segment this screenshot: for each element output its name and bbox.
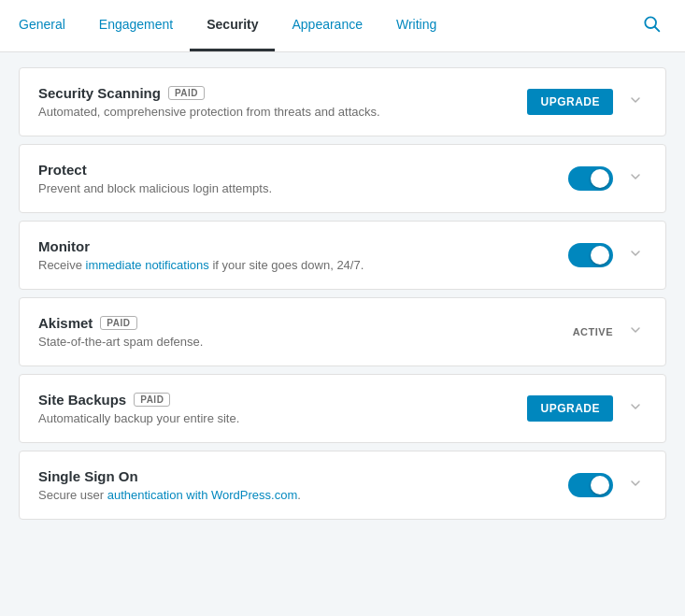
settings-content: Security Scanning PAID Automated, compre…: [0, 52, 685, 535]
tab-writing[interactable]: Writing: [379, 0, 453, 51]
chevron-icon-single-sign-on[interactable]: [624, 472, 647, 498]
chevron-icon-protect[interactable]: [624, 165, 647, 192]
title-row-site-backups: Site Backups PAID: [38, 392, 527, 408]
card-left-single-sign-on: Single Sign On Secure user authenticatio…: [38, 468, 568, 502]
card-left-protect: Protect Prevent and block malicious logi…: [38, 162, 568, 195]
tab-engagement[interactable]: Engagement: [82, 0, 190, 51]
desc-monitor: Receive immediate notifications if your …: [38, 258, 568, 272]
desc-akismet: State-of-the-art spam defense.: [38, 335, 573, 349]
card-right-security-scanning: UPGRADE: [527, 89, 647, 115]
tab-security[interactable]: Security: [190, 0, 275, 51]
badge-site-backups: PAID: [134, 393, 170, 407]
badge-security-scanning: PAID: [168, 86, 205, 100]
card-single-sign-on: Single Sign On Secure user authenticatio…: [19, 451, 666, 520]
card-left-akismet: Akismet PAID State-of-the-art spam defen…: [38, 315, 573, 349]
card-right-site-backups: UPGRADE: [527, 395, 647, 422]
title-protect: Protect: [38, 162, 87, 178]
title-security-scanning: Security Scanning: [38, 85, 161, 101]
title-monitor: Monitor: [38, 238, 90, 254]
card-left-monitor: Monitor Receive immediate notifications …: [38, 238, 568, 272]
tab-general[interactable]: General: [19, 0, 82, 51]
sso-link[interactable]: authentication with WordPress.com: [107, 488, 298, 502]
upgrade-button-site-backups[interactable]: UPGRADE: [527, 395, 613, 422]
desc-protect: Prevent and block malicious login attemp…: [38, 181, 568, 195]
card-right-protect: [568, 165, 647, 192]
svg-line-1: [655, 27, 660, 32]
upgrade-button-security-scanning[interactable]: UPGRADE: [527, 89, 613, 115]
active-label-akismet: ACTIVE: [573, 326, 613, 337]
search-icon[interactable]: [636, 8, 666, 43]
title-row-security-scanning: Security Scanning PAID: [38, 85, 527, 101]
chevron-icon-monitor[interactable]: [624, 242, 647, 268]
card-protect: Protect Prevent and block malicious logi…: [19, 144, 666, 213]
toggle-protect[interactable]: [568, 166, 613, 191]
chevron-icon-akismet[interactable]: [624, 319, 647, 345]
title-single-sign-on: Single Sign On: [38, 468, 138, 484]
badge-akismet: PAID: [100, 316, 136, 330]
monitor-link[interactable]: immediate notifications: [86, 258, 209, 272]
card-left-security-scanning: Security Scanning PAID Automated, compre…: [38, 85, 527, 119]
card-left-site-backups: Site Backups PAID Automatically backup y…: [38, 392, 527, 425]
title-akismet: Akismet: [38, 315, 93, 331]
chevron-icon-site-backups[interactable]: [624, 395, 647, 422]
card-right-single-sign-on: [568, 472, 647, 498]
tab-appearance[interactable]: Appearance: [275, 0, 379, 51]
desc-single-sign-on: Secure user authentication with WordPres…: [38, 488, 568, 502]
card-akismet: Akismet PAID State-of-the-art spam defen…: [19, 297, 666, 366]
desc-site-backups: Automatically backup your entire site.: [38, 411, 527, 425]
card-right-akismet: ACTIVE: [573, 319, 647, 345]
title-row-akismet: Akismet PAID: [38, 315, 573, 331]
card-right-monitor: [568, 242, 647, 268]
card-monitor: Monitor Receive immediate notifications …: [19, 221, 666, 290]
nav-bar: General Engagement Security Appearance W…: [0, 0, 685, 52]
card-security-scanning: Security Scanning PAID Automated, compre…: [19, 67, 666, 136]
card-site-backups: Site Backups PAID Automatically backup y…: [19, 374, 666, 443]
title-site-backups: Site Backups: [38, 392, 126, 408]
desc-security-scanning: Automated, comprehensive protection from…: [38, 105, 527, 119]
title-row-single-sign-on: Single Sign On: [38, 468, 568, 484]
title-row-protect: Protect: [38, 162, 568, 178]
toggle-single-sign-on[interactable]: [568, 473, 613, 497]
title-row-monitor: Monitor: [38, 238, 568, 254]
nav-tabs: General Engagement Security Appearance W…: [19, 0, 636, 51]
toggle-monitor[interactable]: [568, 243, 613, 267]
chevron-icon-security-scanning[interactable]: [624, 89, 647, 115]
